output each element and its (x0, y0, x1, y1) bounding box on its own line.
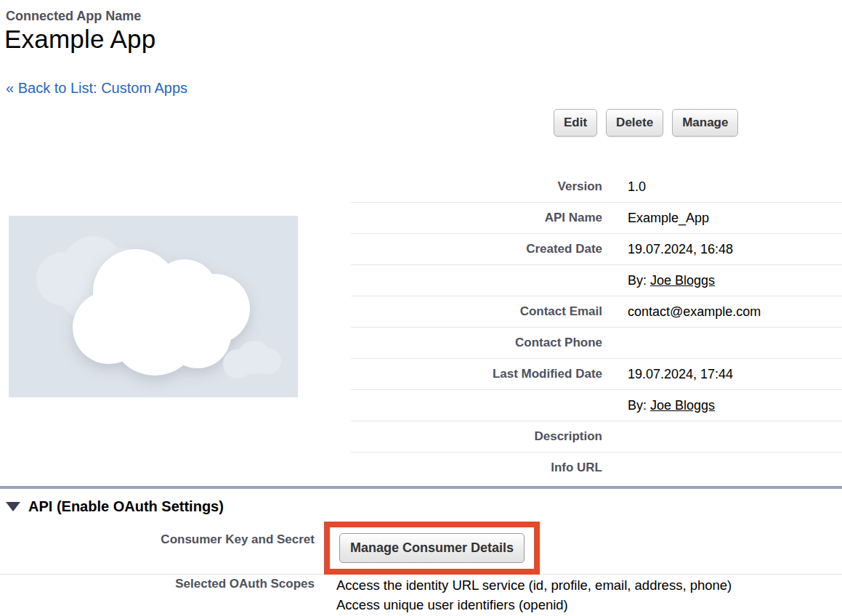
connected-app-name-label: Connected App Name (6, 9, 141, 24)
field-label: Created Date (351, 234, 602, 265)
field-value (602, 421, 842, 453)
connected-app-detail-page: Connected App Name Example App « Back to… (0, 0, 842, 616)
field-label (351, 265, 602, 296)
delete-button[interactable]: Delete (606, 109, 663, 137)
created-by-user-link[interactable]: Joe Bloggs (650, 273, 715, 288)
table-row: Last Modified Date 19.07.2024, 17:44 (351, 359, 842, 390)
table-row: Created Date 19.07.2024, 16:48 (351, 234, 842, 265)
table-row: By:Joe Bloggs (351, 390, 842, 421)
red-highlight-annotation: Manage Consumer Details (324, 522, 540, 575)
field-value: 1.0 (602, 171, 842, 203)
by-prefix: By: (628, 273, 647, 288)
table-row: Contact Email contact@example.com (351, 296, 842, 328)
small-cloud-icon (223, 341, 281, 377)
created-by-value: By:Joe Bloggs (602, 265, 842, 296)
section-divider (0, 486, 842, 489)
by-prefix: By: (628, 398, 647, 413)
field-label: Contact Phone (351, 328, 602, 359)
field-label: Contact Email (351, 296, 602, 328)
modified-by-user-link[interactable]: Joe Bloggs (650, 398, 715, 413)
manage-button[interactable]: Manage (672, 109, 738, 137)
oauth-section-title: API (Enable OAuth Settings) (28, 498, 224, 515)
field-value: 19.07.2024, 17:44 (602, 359, 842, 390)
table-row: Description (351, 421, 842, 453)
modified-by-value: By:Joe Bloggs (602, 390, 842, 421)
field-label: API Name (351, 203, 602, 234)
table-row: Version 1.0 (351, 171, 842, 203)
selected-oauth-scopes-label: Selected OAuth Scopes (0, 577, 315, 591)
oauth-scope-item: Access the identity URL service (id, pro… (336, 575, 838, 595)
field-label: Last Modified Date (351, 359, 602, 390)
cloud-icon (73, 249, 240, 370)
back-to-list-link[interactable]: « Back to List: Custom Apps (6, 80, 187, 97)
app-detail-table: Version 1.0 API Name Example_App Created… (351, 171, 842, 483)
app-logo-cloud-image (9, 216, 298, 397)
field-label: Description (351, 421, 602, 453)
oauth-scopes-list: Access the identity URL service (id, pro… (336, 575, 838, 615)
field-label (351, 390, 602, 421)
manage-consumer-details-button[interactable]: Manage Consumer Details (339, 533, 525, 563)
field-value (602, 453, 842, 484)
consumer-key-secret-label: Consumer Key and Secret (0, 532, 315, 547)
oauth-section-header[interactable]: API (Enable OAuth Settings) (6, 498, 224, 515)
table-row: By:Joe Bloggs (351, 265, 842, 296)
table-row: Info URL (351, 453, 842, 484)
field-label: Info URL (351, 453, 602, 484)
table-row: API Name Example_App (351, 203, 842, 234)
field-value: contact@example.com (602, 296, 842, 328)
edit-button[interactable]: Edit (554, 109, 597, 137)
field-value (602, 328, 842, 359)
table-row: Contact Phone (351, 328, 842, 359)
page-title: Example App (4, 25, 155, 54)
triangle-down-icon (6, 502, 20, 511)
toolbar: Edit Delete Manage (554, 109, 738, 137)
field-label: Version (351, 171, 602, 203)
field-value: 19.07.2024, 16:48 (602, 234, 842, 265)
field-value: Example_App (602, 203, 842, 234)
oauth-scope-item: Access unique user identifiers (openid) (336, 595, 838, 615)
